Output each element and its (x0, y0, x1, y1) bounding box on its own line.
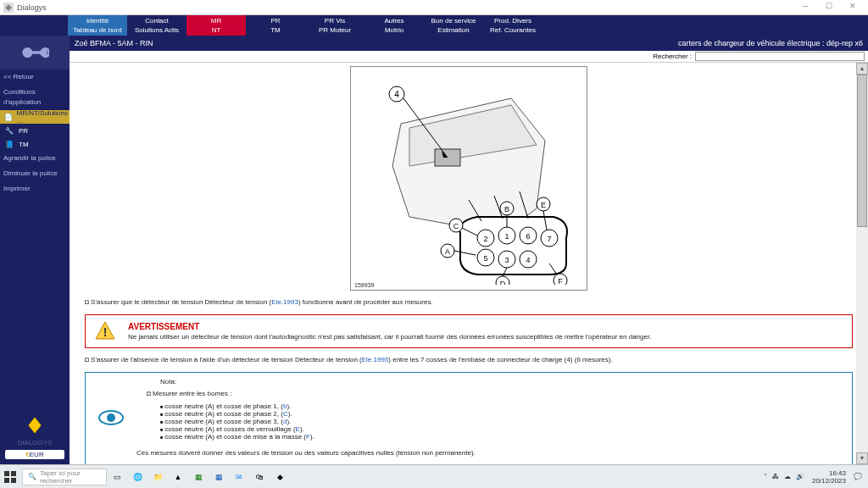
tab-icon: 📘 (2, 139, 17, 149)
sidebar-nav-0[interactable]: << Retour (0, 69, 70, 85)
link-ele1993[interactable]: Ele.1993 (271, 298, 298, 306)
note-item: cosse neutre (A) et cosse de phase 1, (b… (160, 402, 843, 410)
warning-icon: ! (94, 320, 120, 342)
currency-badge[interactable]: €EUR (5, 450, 64, 459)
brand-label: DIALOGYS (5, 439, 64, 446)
link-terminal[interactable]: C (283, 410, 288, 418)
search-label: Rechercher : (653, 53, 692, 60)
svg-text:A: A (445, 247, 450, 256)
svg-text:B: B (504, 205, 509, 214)
paragraph: S'assurer de l'absence de tension à l'ai… (85, 355, 853, 365)
taskbar-clock[interactable]: 16:43 20/12/2023 (807, 469, 851, 485)
task-view-icon[interactable]: ▭ (108, 469, 125, 485)
note-item: cosse neutre (A) et cosse de mise à la m… (160, 433, 843, 441)
thunderbird-icon[interactable]: ✉ (231, 469, 248, 485)
topmenu-col-3[interactable]: PRTM (246, 15, 305, 36)
eye-icon (94, 378, 128, 457)
topmenu-col-2[interactable]: MRNT (186, 15, 246, 36)
link-ele1993[interactable]: Ele.1993 (362, 356, 389, 363)
topmenu-col-4[interactable]: PR VisPR Moteur (305, 15, 364, 36)
paragraph: S'assurer que le détecteur de tension Dé… (85, 297, 853, 308)
start-button[interactable] (3, 470, 17, 484)
warning-text: Ne jamais utiliser un détecteur de tensi… (128, 333, 651, 341)
link-terminal[interactable]: b (283, 402, 287, 410)
note-closing: Ces mesures doivent donner des valeurs d… (136, 449, 843, 457)
link-terminal[interactable]: F (306, 433, 310, 441)
sidebar-action-2[interactable]: Imprimer (0, 181, 70, 197)
word-icon[interactable]: ▦ (210, 469, 227, 485)
svg-text:3: 3 (504, 256, 509, 264)
window-title: Dialogys (17, 3, 47, 12)
topmenu-col-1[interactable]: ContactSolutions Actis (127, 15, 186, 36)
sidebar-tab-tm[interactable]: 📘TM (0, 137, 70, 151)
taskbar-search[interactable]: 🔍 Taper ici pour rechercher (22, 469, 107, 485)
network-icon[interactable]: 🖧 (770, 473, 782, 480)
search-bar: Rechercher : (70, 51, 868, 63)
svg-text:7: 7 (547, 235, 551, 243)
svg-text:2: 2 (483, 235, 487, 243)
svg-text:6: 6 (526, 232, 530, 241)
vertical-scrollbar[interactable]: ▴ ▾ (856, 63, 868, 464)
topmenu-col-7[interactable]: Prod. DiversRef. Courantes (483, 15, 542, 36)
dialogys-task-icon[interactable]: ◆ (271, 469, 288, 485)
svg-point-45 (107, 413, 115, 422)
scroll-thumb[interactable] (857, 75, 867, 227)
system-tray[interactable]: ˄ 🖧 ☁ 🔊 16:43 20/12/2023 💬 (761, 469, 865, 485)
search-input[interactable] (695, 52, 865, 61)
svg-point-1 (23, 49, 31, 57)
note-item: cosse neutre (A) et cosse de phase 2, (C… (160, 410, 843, 418)
window-maximize-button[interactable]: ☐ (817, 2, 841, 14)
breadcrumb-bar: Zoé BFMA - 5AM - RIN carters de chargeur… (70, 36, 868, 51)
technical-figure: 4 2 1 6 7 5 3 4 A B C D E (350, 66, 587, 291)
figure-number: 159939 (354, 282, 374, 288)
svg-rect-46 (4, 471, 9, 476)
edge-icon[interactable]: 🌐 (129, 469, 146, 485)
sidebar-tab-mrntsolutions[interactable]: 📄MR/NT/Solutions ... (0, 110, 70, 124)
svg-rect-49 (11, 478, 16, 483)
excel-icon[interactable]: ▦ (190, 469, 207, 485)
sidebar: << RetourConditions d'application 📄MR/NT… (0, 36, 70, 464)
volume-icon[interactable]: 🔊 (793, 473, 807, 480)
warning-box: ! AVERTISSEMENT Ne jamais utiliser un dé… (85, 314, 853, 348)
note-item: cosse neutre (A) et cosse de phase 3, (d… (160, 418, 843, 425)
sidebar-tab-pr[interactable]: 🔧PR (0, 124, 70, 137)
explorer-icon[interactable]: 📁 (149, 469, 166, 485)
svg-text:C: C (453, 222, 459, 230)
note-item: cosse neutre (A) et cosses de verrouilla… (160, 425, 843, 433)
svg-text:5: 5 (483, 254, 487, 263)
svg-text:1: 1 (504, 232, 509, 241)
tab-icon: 📄 (2, 112, 15, 122)
vlc-icon[interactable]: ▲ (170, 469, 186, 485)
topmenu-col-6[interactable]: Bon de serviceEstimation (424, 15, 483, 36)
scroll-up-button[interactable]: ▴ (856, 63, 868, 75)
app-icon (3, 3, 14, 13)
onedrive-icon[interactable]: ☁ (782, 473, 793, 480)
link-terminal[interactable]: E (296, 425, 300, 433)
wrench-icon (0, 36, 70, 69)
store-icon[interactable]: 🛍 (251, 469, 268, 485)
sidebar-action-1[interactable]: Diminuer la police (0, 166, 70, 181)
tray-chevron-icon[interactable]: ˄ (761, 473, 770, 480)
svg-rect-47 (11, 471, 16, 476)
scroll-down-button[interactable]: ▾ (856, 452, 868, 464)
note-intro: Mesurer entre les bornes : (147, 389, 843, 399)
topmenu-col-0[interactable]: IdentitéTableau de bord (68, 15, 127, 36)
top-menu: IdentitéTableau de bordContactSolutions … (0, 15, 868, 36)
window-minimize-button[interactable]: ─ (793, 2, 817, 14)
document-body: 4 2 1 6 7 5 3 4 A B C D E (70, 63, 868, 464)
link-terminal[interactable]: d (283, 418, 287, 425)
brand-logo: DIALOGYS €EUR (0, 410, 70, 464)
notifications-icon[interactable]: 💬 (851, 473, 865, 480)
tab-icon: 🔧 (2, 125, 17, 136)
svg-text:E: E (541, 201, 546, 209)
sidebar-nav-1[interactable]: Conditions d'application (0, 85, 70, 110)
sidebar-action-0[interactable]: Agrandir la police (0, 151, 70, 166)
topmenu-col-5[interactable]: AutresMotrio (364, 15, 424, 36)
content-area: Zoé BFMA - 5AM - RIN carters de chargeur… (70, 36, 868, 464)
window-close-button[interactable]: ✕ (841, 2, 865, 14)
svg-point-2 (40, 49, 47, 57)
note-heading: Nota: (160, 378, 843, 385)
warning-title: AVERTISSEMENT (128, 322, 651, 331)
svg-text:4: 4 (394, 90, 399, 99)
svg-text:!: ! (103, 325, 108, 339)
